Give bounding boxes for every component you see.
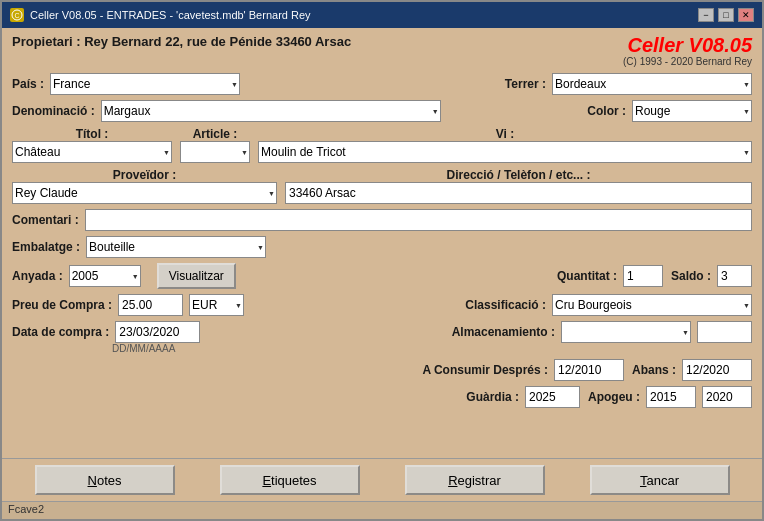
pais-select[interactable]: France <box>50 73 240 95</box>
comentari-input[interactable] <box>85 209 752 231</box>
maximize-button[interactable]: □ <box>718 8 734 22</box>
notes-button[interactable]: Notes <box>35 465 175 495</box>
denom-color-row: Denominació : Margaux Color : Rouge <box>12 100 752 122</box>
registrar-button[interactable]: Registrar <box>405 465 545 495</box>
title-bar-controls: − □ ✕ <box>698 8 754 22</box>
registrar-label: Registrar <box>448 473 501 488</box>
currency-select-wrapper: EUR <box>189 294 244 316</box>
pais-select-wrapper: France <box>50 73 240 95</box>
titol-section: Títol : Château <box>12 127 172 163</box>
article-section: Article : <box>180 127 250 163</box>
etiquetes-label: Etiquetes <box>262 473 316 488</box>
anyada-select[interactable]: 2005 <box>69 265 141 287</box>
comentari-row: Comentari : <box>12 209 752 231</box>
guardia-group: Guàrdia : <box>466 386 580 408</box>
saldo-input[interactable] <box>717 265 752 287</box>
quantitat-group: Quantitat : <box>557 265 663 287</box>
proveidor-select-wrapper: Rey Claude <box>12 182 277 204</box>
data-label: Data de compra : <box>12 325 109 339</box>
embalatge-row: Embalatge : Bouteille <box>12 236 752 258</box>
title-bar-left: C Celler V08.05 - ENTRADES - 'cavetest.m… <box>10 8 311 22</box>
classificacio-group: Classificació : Cru Bourgeois <box>465 294 752 316</box>
svg-text:C: C <box>14 12 19 19</box>
proveidor-select[interactable]: Rey Claude <box>12 182 277 204</box>
status-bar: Fcave2 <box>2 501 762 519</box>
vi-section: Vi : Moulin de Tricot <box>258 127 752 163</box>
embalatge-select-wrapper: Bouteille <box>86 236 266 258</box>
apogeu-input1[interactable] <box>646 386 696 408</box>
terrer-select[interactable]: Bordeaux <box>552 73 752 95</box>
title-bar: C Celler V08.05 - ENTRADES - 'cavetest.m… <box>2 2 762 28</box>
classific-select-wrapper: Cru Bourgeois <box>552 294 752 316</box>
status-text: Fcave2 <box>8 503 44 515</box>
denom-label: Denominació : <box>12 104 95 118</box>
tancar-button[interactable]: Tancar <box>590 465 730 495</box>
denom-select-wrapper: Margaux <box>101 100 441 122</box>
pais-label: País : <box>12 77 44 91</box>
tancar-label: Tancar <box>640 473 679 488</box>
almacen-select[interactable] <box>561 321 691 343</box>
anyada-select-wrapper: 2005 <box>69 265 141 287</box>
classificacio-label: Classificació : <box>465 298 546 312</box>
almacen-select-wrapper <box>561 321 691 343</box>
data-input[interactable] <box>115 321 200 343</box>
close-button[interactable]: ✕ <box>738 8 754 22</box>
comentari-label: Comentari : <box>12 213 79 227</box>
pais-terrer-row: País : France Terrer : Bordeaux <box>12 73 752 95</box>
proveidor-section: Proveïdor : Rey Claude <box>12 168 277 204</box>
currency-select[interactable]: EUR <box>189 294 244 316</box>
guardia-label: Guàrdia : <box>466 390 519 404</box>
app-icon: C <box>10 8 24 22</box>
article-label: Article : <box>193 127 238 141</box>
direccio-input[interactable] <box>285 182 752 204</box>
classific-select[interactable]: Cru Bourgeois <box>552 294 752 316</box>
minimize-button[interactable]: − <box>698 8 714 22</box>
consumir-input[interactable] <box>554 359 624 381</box>
preu-label: Preu de Compra : <box>12 298 112 312</box>
titol-label: Títol : <box>76 127 109 141</box>
brand-section: Celler V08.05 (C) 1993 - 2020 Bernard Re… <box>623 34 752 67</box>
anyada-label: Anyada : <box>12 269 63 283</box>
main-content: Propietari : Rey Bernard 22, rue de Péni… <box>2 28 762 458</box>
guardia-input[interactable] <box>525 386 580 408</box>
article-select[interactable] <box>180 141 250 163</box>
saldo-group: Saldo : <box>671 265 752 287</box>
preu-input[interactable] <box>118 294 183 316</box>
color-select[interactable]: Rouge <box>632 100 752 122</box>
vi-select-wrapper: Moulin de Tricot <box>258 141 752 163</box>
etiquetes-button[interactable]: Etiquetes <box>220 465 360 495</box>
almacen-label: Almacenamiento : <box>452 325 555 339</box>
color-select-wrapper: Rouge <box>632 100 752 122</box>
titol-select[interactable]: Château <box>12 141 172 163</box>
quantitat-label: Quantitat : <box>557 269 617 283</box>
color-label: Color : <box>587 104 626 118</box>
almacen-extra-input[interactable] <box>697 321 752 343</box>
proveidor-label: Proveïdor : <box>12 168 277 182</box>
quantitat-input[interactable] <box>623 265 663 287</box>
visualitzar-button[interactable]: Visualitzar <box>157 263 236 289</box>
bottom-buttons: Notes Etiquetes Registrar Tancar <box>2 458 762 501</box>
terrer-label: Terrer : <box>505 77 546 91</box>
terrer-select-wrapper: Bordeaux <box>552 73 752 95</box>
vi-select[interactable]: Moulin de Tricot <box>258 141 752 163</box>
denom-select[interactable]: Margaux <box>101 100 441 122</box>
apogeu-label: Apogeu : <box>588 390 640 404</box>
direccio-section: Direcció / Telèfon / etc... : <box>285 168 752 204</box>
vi-label: Vi : <box>258 127 752 141</box>
notes-label: Notes <box>88 473 122 488</box>
embalatge-label: Embalatge : <box>12 240 80 254</box>
abans-input[interactable] <box>682 359 752 381</box>
abans-label: Abans : <box>632 363 676 377</box>
data-group: Data de compra : DD/MM/AAAA <box>12 321 200 354</box>
preu-group: Preu de Compra : EUR <box>12 294 244 316</box>
direccio-label: Direcció / Telèfon / etc... : <box>285 168 752 182</box>
date-format: DD/MM/AAAA <box>112 343 200 354</box>
almacen-group: Almacenamiento : <box>452 321 752 343</box>
embalatge-select[interactable]: Bouteille <box>86 236 266 258</box>
title-bar-text: Celler V08.05 - ENTRADES - 'cavetest.mdb… <box>30 9 311 21</box>
brand-subtitle: (C) 1993 - 2020 Bernard Rey <box>623 56 752 67</box>
abans-group: Abans : <box>632 359 752 381</box>
apogeu-input2[interactable] <box>702 386 752 408</box>
titol-select-wrapper: Château <box>12 141 172 163</box>
article-select-wrapper <box>180 141 250 163</box>
